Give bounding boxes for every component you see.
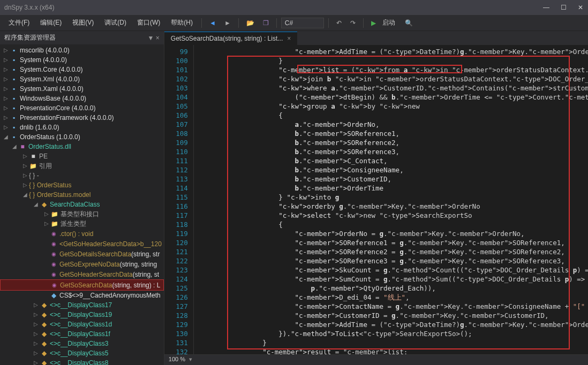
tree-presentationcore[interactable]: ▷PresentationCore (4.0.0.0) [0, 103, 164, 113]
window-titlebar: dnSpy 3.x.x (x64) — ☐ ✕ [0, 0, 588, 15]
tree-m5-selected[interactable]: GetSoSearchData(string, string) : L [0, 279, 164, 291]
tree-mscorlib[interactable]: ▷mscorlib (4.0.0.0) [0, 45, 164, 55]
panel-options-icon[interactable]: ▼ × [148, 34, 160, 42]
tree-ns-orderstatus[interactable]: ▷{ } OrderStatus [0, 180, 164, 190]
minimize-icon[interactable]: — [543, 4, 549, 11]
menu-help[interactable]: 帮助(H) [167, 16, 197, 29]
tree-basetypes[interactable]: ▷基类型和接口 [0, 209, 164, 219]
forward-icon[interactable]: ► [221, 17, 234, 29]
assembly-explorer-header: 程序集资源管理器 ▼ × [0, 31, 164, 44]
menubar: 文件(F) 编辑(E) 视图(V) 调试(D) 窗口(W) 帮助(H) ◄ ► … [0, 15, 588, 31]
tree-m2[interactable]: GetSoDetailsSearchData(string, str [0, 249, 164, 259]
editor-statusbar: 100 % ▾ [164, 354, 588, 365]
tree-m1[interactable]: <GetSoHeaderSearchData>b__120 [0, 239, 164, 249]
tree-dc1f[interactable]: ▷<>c__DisplayClass1f [0, 329, 164, 339]
tab-close-icon[interactable]: × [287, 35, 291, 42]
close-icon[interactable]: ✕ [577, 4, 584, 11]
editor-tab-active[interactable]: GetSoSearchData(string, string) : List..… [164, 32, 297, 45]
tree-m6[interactable]: ◆CS$<>9__CachedAnonymousMeth [0, 291, 164, 300]
menu-view[interactable]: 视图(V) [68, 16, 98, 29]
menu-edit[interactable]: 编辑(E) [36, 16, 66, 29]
tree-ns-orderstatus-model[interactable]: ◢{ } OrderStatus.model [0, 190, 164, 200]
open-icon[interactable]: 📂 [243, 17, 258, 29]
zoom-level[interactable]: 100 % [169, 356, 185, 362]
tree-dc3[interactable]: ▷<>c__DisplayClass3 [0, 339, 164, 348]
language-dropdown[interactable]: C# [281, 18, 324, 28]
tree-orderstatus-dll[interactable]: ◢OrderStatus.dll [0, 142, 164, 151]
tree-orderstatus[interactable]: ◢OrderStatus (1.0.0.0) [0, 132, 164, 142]
assembly-tree[interactable]: ▷mscorlib (4.0.0.0) ▷System (4.0.0.0) ▷S… [0, 44, 164, 365]
run-label[interactable]: 启动 [382, 18, 395, 27]
tree-dc1d[interactable]: ▷<>c__DisplayClass1d [0, 320, 164, 329]
maximize-icon[interactable]: ☐ [560, 4, 567, 11]
tree-m3[interactable]: GetSoExpreeNoData(string, string [0, 259, 164, 269]
window-title: dnSpy 3.x.x (x64) [4, 4, 543, 11]
tree-ns-empty[interactable]: ▷{ } - [0, 171, 164, 180]
editor-tabs: GetSoSearchData(string, string) : List..… [164, 31, 588, 45]
tree-references[interactable]: ▷引用 [0, 161, 164, 171]
tree-windowsbase[interactable]: ▷WindowsBase (4.0.0.0) [0, 94, 164, 103]
line-number-gutter: 99 100 101 102 103 104 105 106 107 108 1… [164, 45, 194, 354]
tree-system[interactable]: ▷System (4.0.0.0) [0, 55, 164, 65]
redo-icon[interactable]: ↷ [347, 17, 359, 29]
save-icon[interactable]: ❐ [260, 17, 272, 29]
zoom-dropdown-icon[interactable]: ▾ [189, 356, 192, 362]
tree-dc17[interactable]: ▷<>c__DisplayClass17 [0, 300, 164, 310]
code-editor: GetSoSearchData(string, string) : List..… [164, 31, 588, 365]
code-view[interactable]: "c-member">AddTime = ("c-type">DateTime?… [194, 45, 588, 354]
menu-window[interactable]: 窗口(W) [133, 16, 164, 29]
assembly-explorer: 程序集资源管理器 ▼ × ▷mscorlib (4.0.0.0) ▷System… [0, 31, 164, 365]
tab-title: GetSoSearchData(string, string) : List..… [171, 35, 283, 42]
tree-ctor[interactable]: .ctor() : void [0, 229, 164, 239]
undo-icon[interactable]: ↶ [333, 17, 345, 29]
back-icon[interactable]: ◄ [206, 17, 219, 29]
search-icon[interactable]: 🔍 [402, 17, 416, 29]
menu-file[interactable]: 文件(F) [4, 16, 34, 29]
tree-searchdataclass[interactable]: ◢SearchDataClass [0, 200, 164, 209]
assembly-explorer-title: 程序集资源管理器 [4, 33, 56, 42]
tree-pe[interactable]: ▷■PE [0, 151, 164, 161]
menu-debug[interactable]: 调试(D) [100, 16, 131, 29]
tree-dc5[interactable]: ▷<>c__DisplayClass5 [0, 348, 164, 358]
tree-systemxml[interactable]: ▷System.Xml (4.0.0.0) [0, 74, 164, 84]
tree-dc19[interactable]: ▷<>c__DisplayClass19 [0, 310, 164, 320]
run-icon[interactable]: ▶ [368, 17, 379, 29]
tree-systemxaml[interactable]: ▷System.Xaml (4.0.0.0) [0, 84, 164, 94]
tree-dc8[interactable]: ▷<>c__DisplayClass8 [0, 358, 164, 365]
tree-dnlib[interactable]: ▷dnlib (1.6.0.0) [0, 123, 164, 132]
tree-presentationframework[interactable]: ▷PresentationFramework (4.0.0.0) [0, 113, 164, 123]
tree-m4[interactable]: GetSoHeaderSearchData(string, st [0, 269, 164, 279]
tree-derived[interactable]: ▷派生类型 [0, 219, 164, 229]
tree-systemcore[interactable]: ▷System.Core (4.0.0.0) [0, 65, 164, 74]
